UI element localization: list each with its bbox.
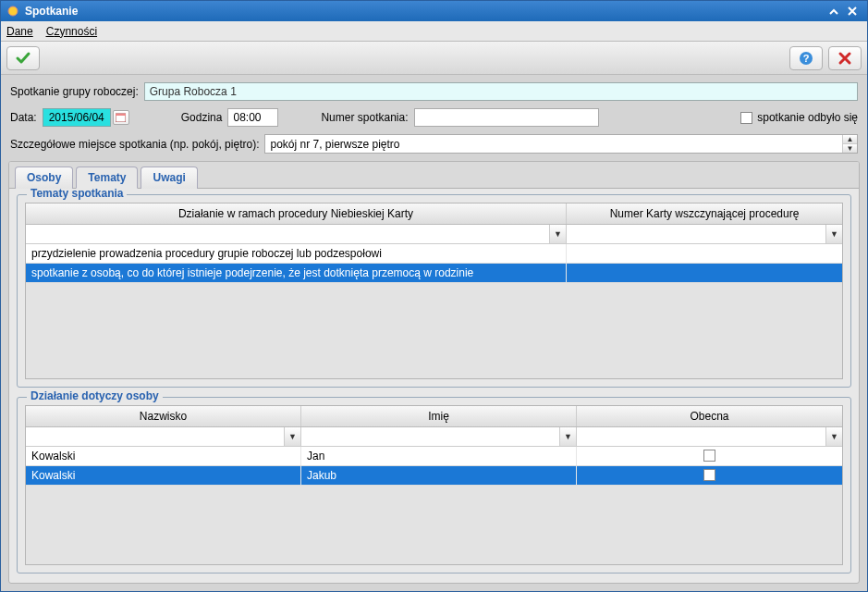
time-input[interactable] [227,108,278,127]
cell-nazwisko: Kowalski [26,466,301,485]
topics-grid-body: przydzielenie prowadzenia procedury grup… [26,244,842,378]
place-label: Szczegółowe miejsce spotkania (np. pokój… [10,138,259,151]
happened-label: spotkanie odbyło się [757,111,858,124]
cell-dzialanie: przydzielenie prowadzenia procedury grup… [26,244,567,263]
help-button[interactable]: ? [789,46,823,70]
topics-filter-numer[interactable] [567,225,825,243]
topics-filter-dzialanie[interactable] [26,225,549,243]
cell-imie: Jan [301,447,577,465]
window-title: Spotkanie [25,5,78,18]
tabs-area: Osoby Tematy Uwagi Tematy spotkania Dzia… [8,161,860,584]
tabstrip: Osoby Tematy Uwagi [9,162,859,189]
group-tematy-legend: Tematy spotkania [27,189,127,200]
meeting-num-label: Numer spotkania: [321,111,408,124]
group-osoby-legend: Działanie dotyczy osoby [27,389,163,402]
meeting-num-input[interactable] [414,108,599,127]
form-area: Spotkanie grupy roboczej: Data: 2015/06/… [1,75,867,161]
calendar-icon[interactable] [113,110,129,125]
menu-czynnosci[interactable]: Czynności [46,25,97,38]
place-input-text[interactable] [265,135,842,153]
cell-dzialanie: spotkanie z osobą, co do której istnieje… [26,264,567,282]
topics-grid: Działanie w ramach procedury Niebieskiej… [25,203,843,379]
persons-grid: Nazwisko Imię Obecna ▼ ▼ [25,405,843,565]
titlebar: Spotkanie [1,1,867,21]
group-tematy: Tematy spotkania Działanie w ramach proc… [17,194,851,388]
persons-filter-obecna[interactable] [577,427,825,446]
tab-content-tematy: Tematy spotkania Działanie w ramach proc… [9,189,859,583]
group-osoby: Działanie dotyczy osoby Nazwisko Imię Ob… [17,397,851,574]
obecna-checkbox[interactable] [703,469,715,481]
cell-numer [567,244,842,263]
minimize-button[interactable] [825,3,843,19]
dropdown-icon[interactable]: ▼ [825,427,842,446]
tab-tematy[interactable]: Tematy [76,166,138,189]
date-input[interactable]: 2015/06/04 [43,108,111,127]
persons-filter-imie[interactable] [301,427,559,446]
cancel-button[interactable] [828,46,862,70]
dropdown-icon[interactable]: ▼ [549,225,566,243]
dropdown-icon[interactable]: ▼ [284,427,300,446]
happened-checkbox[interactable] [740,112,752,124]
svg-text:?: ? [803,53,810,64]
tab-uwagi[interactable]: Uwagi [141,166,197,189]
close-window-button[interactable] [843,3,862,19]
svg-rect-4 [116,114,126,116]
menu-dane[interactable]: Dane [6,25,33,38]
persons-filter-nazwisko[interactable] [26,427,284,446]
group-label: Spotkanie grupy roboczej: [10,85,139,98]
time-label: Godzina [181,111,223,124]
menubar: Dane Czynności [1,21,867,42]
topics-col-numer[interactable]: Numer Karty wszczynającej procedurę [567,204,842,224]
cell-numer [567,264,842,282]
table-row[interactable]: KowalskiJakub [26,466,842,486]
persons-col-imie[interactable]: Imię [301,406,577,426]
obecna-checkbox[interactable] [703,450,715,462]
persons-col-obecna[interactable]: Obecna [577,406,842,426]
place-spin-down[interactable]: ▼ [843,144,857,153]
place-input[interactable]: ▲ ▼ [264,134,858,154]
date-label: Data: [10,111,37,124]
tab-osoby[interactable]: Osoby [15,166,73,189]
cell-obecna [577,447,842,465]
table-row[interactable]: przydzielenie prowadzenia procedury grup… [26,244,842,264]
window-icon [6,5,19,18]
toolbar: ? [1,42,867,75]
table-row[interactable]: spotkanie z osobą, co do której istnieje… [26,264,842,283]
persons-col-nazwisko[interactable]: Nazwisko [26,406,301,426]
persons-grid-body: KowalskiJanKowalskiJakub [26,447,842,564]
cell-obecna [577,466,842,485]
accept-button[interactable] [6,46,40,70]
window: Spotkanie Dane Czynności ? Spotkanie gru… [0,0,868,592]
topics-col-dzialanie[interactable]: Działanie w ramach procedury Niebieskiej… [26,204,567,224]
group-input[interactable] [144,82,858,101]
place-spin-up[interactable]: ▲ [843,135,857,144]
dropdown-icon[interactable]: ▼ [825,225,842,243]
cell-imie: Jakub [301,466,577,485]
cell-nazwisko: Kowalski [26,447,301,465]
dropdown-icon[interactable]: ▼ [559,427,576,446]
table-row[interactable]: KowalskiJan [26,447,842,466]
svg-point-0 [8,6,18,16]
